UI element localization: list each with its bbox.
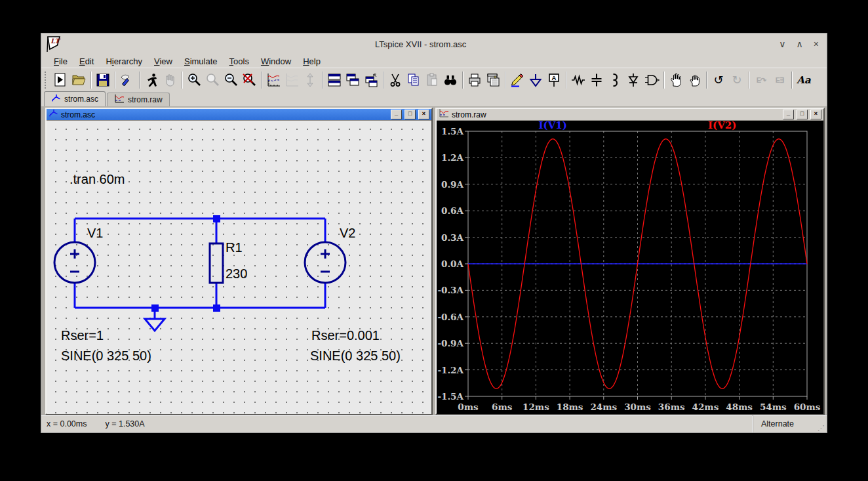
x-tick-label: 36ms [658, 402, 685, 411]
redo-icon: ↻ [728, 71, 746, 89]
v1-rser-label[interactable]: Rser=1 [61, 328, 104, 343]
cursor-x-readout: x = 0.00ms [47, 419, 87, 429]
print-icon[interactable] [465, 71, 484, 89]
child-close-button[interactable]: × [418, 110, 429, 119]
tile-horizontal-icon[interactable] [325, 71, 344, 89]
control-panel-icon[interactable] [118, 71, 136, 89]
find-icon[interactable] [441, 71, 460, 89]
menu-tools[interactable]: Tools [224, 56, 255, 67]
solver-mode: Alternate [753, 415, 818, 432]
save-icon[interactable] [94, 71, 112, 89]
print-preview-icon[interactable] [484, 71, 502, 89]
v1-sine-label[interactable]: SINE(0 325 50) [61, 348, 151, 363]
v2-sine-label[interactable]: SINE(0 325 50) [310, 348, 401, 363]
r1-ref-label[interactable]: R1 [226, 240, 243, 255]
trace-label[interactable]: I(V1) [539, 121, 567, 131]
status-bar: x = 0.00ms y = 1.530A Alternate ⋰ [41, 415, 827, 432]
open-icon[interactable] [69, 71, 88, 89]
y-tick-label: -1.5A [437, 391, 464, 402]
y-tick-label: 0.0A [441, 259, 464, 269]
child-maximize-button[interactable]: □ [404, 110, 416, 119]
x-tick-label: 42ms [692, 402, 719, 411]
resistor-icon[interactable] [569, 71, 587, 89]
cascade-windows-icon[interactable] [362, 71, 380, 89]
x-tick-label: 30ms [624, 402, 651, 411]
schematic-window-titlebar[interactable]: strom.asc _ □ × [47, 109, 431, 120]
r1-value-label[interactable]: 230 [226, 266, 247, 281]
menu-edit[interactable]: Edit [73, 56, 100, 67]
resize-grip[interactable]: ⋰ [818, 424, 827, 432]
y-tick-label: 1.5A [441, 126, 464, 136]
zoom-out-icon[interactable] [222, 71, 240, 89]
maximize-button[interactable]: ∧ [797, 39, 803, 49]
resistor-r1[interactable] [210, 243, 223, 283]
x-tick-label: 12ms [523, 402, 549, 411]
waveform-plot[interactable]: 0ms6ms12ms18ms24ms30ms36ms42ms48ms54ms60… [437, 120, 823, 414]
text-tool-icon[interactable]: Aa [795, 71, 813, 89]
wires[interactable] [75, 219, 325, 319]
menu-view[interactable]: View [148, 56, 178, 67]
tab-strom-asc[interactable]: strom.asc [44, 91, 106, 106]
tab-label: strom.raw [128, 95, 163, 104]
menu-window[interactable]: Window [255, 56, 297, 67]
drag-icon[interactable] [685, 71, 703, 89]
ground-symbol[interactable] [145, 319, 165, 331]
v2-rser-label[interactable]: Rser=0.001 [311, 328, 380, 343]
y-tick-label: -0.3A [437, 285, 464, 295]
inductor-icon[interactable] [606, 71, 624, 89]
copy-icon[interactable] [404, 71, 423, 89]
capacitor-icon[interactable] [587, 71, 606, 89]
desktop: LT LTspice XVII - strom.asc ∨ ∧ × FileEd… [0, 0, 868, 481]
x-tick-label: 24ms [590, 402, 617, 411]
child-minimize-button[interactable]: _ [391, 110, 402, 119]
run-icon[interactable] [142, 71, 161, 89]
schematic-canvas[interactable]: .tran 60m V1 R1 230 V2 Rser=1 SINE(0 325… [47, 120, 431, 414]
cursor-y-readout: y = 1.530A [106, 419, 145, 429]
wire-icon[interactable] [508, 71, 526, 89]
title-bar[interactable]: LT LTspice XVII - strom.asc ∨ ∧ × [41, 33, 827, 54]
net-label-icon[interactable]: A [545, 71, 563, 89]
tab-bar: strom.asc strom.raw [41, 92, 827, 106]
tile-vertical-icon[interactable] [344, 71, 362, 89]
waveform-pane-icon[interactable] [264, 71, 283, 89]
menu-simulate[interactable]: Simulate [178, 56, 224, 67]
move-icon[interactable] [667, 71, 685, 89]
svg-text:A: A [552, 74, 557, 81]
menu-hierarchy[interactable]: Hierarchy [100, 56, 148, 67]
child-maximize-button[interactable]: □ [797, 110, 808, 119]
trace-label[interactable]: I(V2) [708, 121, 736, 131]
mdi-area: strom.asc _ □ × [41, 106, 827, 415]
component-icon[interactable] [642, 71, 661, 89]
tab-strom-raw[interactable]: strom.raw [107, 93, 170, 106]
ground-icon[interactable] [526, 71, 545, 89]
x-tick-label: 18ms [557, 402, 583, 411]
v2-ref-label[interactable]: V2 [340, 226, 355, 240]
spice-directive[interactable]: .tran 60m [69, 172, 125, 186]
voltage-source-v2[interactable] [305, 242, 345, 283]
diode-icon[interactable] [624, 71, 642, 89]
zoom-back-icon [203, 71, 222, 89]
menu-help[interactable]: Help [297, 56, 326, 67]
waveform-window-title: strom.raw [452, 110, 780, 119]
undo-icon[interactable]: ↺ [709, 71, 728, 89]
window-title: LTspice XVII - strom.asc [62, 39, 779, 49]
zoom-in-icon[interactable] [185, 71, 203, 89]
mirror-icon: E∃ [770, 71, 789, 89]
schematic-doc-icon [51, 94, 61, 105]
y-tick-label: -0.9A [437, 338, 464, 348]
child-close-button[interactable]: × [810, 110, 821, 119]
x-tick-label: 48ms [726, 402, 753, 411]
halt-icon [161, 71, 179, 89]
minimize-button[interactable]: ∨ [779, 39, 785, 49]
menu-file[interactable]: File [48, 56, 73, 67]
cut-icon[interactable] [386, 71, 404, 89]
voltage-source-v1[interactable] [54, 242, 95, 283]
v1-ref-label[interactable]: V1 [87, 226, 103, 240]
close-button[interactable]: × [814, 39, 819, 49]
x-tick-label: 60ms [794, 402, 821, 411]
child-minimize-button[interactable]: _ [783, 110, 794, 119]
new-schematic-icon[interactable] [51, 71, 69, 89]
waveform-window-titlebar[interactable]: strom.raw _ □ × [437, 109, 823, 120]
toolbar-grip[interactable] [45, 72, 49, 89]
zoom-full-extents-icon[interactable] [240, 71, 258, 89]
